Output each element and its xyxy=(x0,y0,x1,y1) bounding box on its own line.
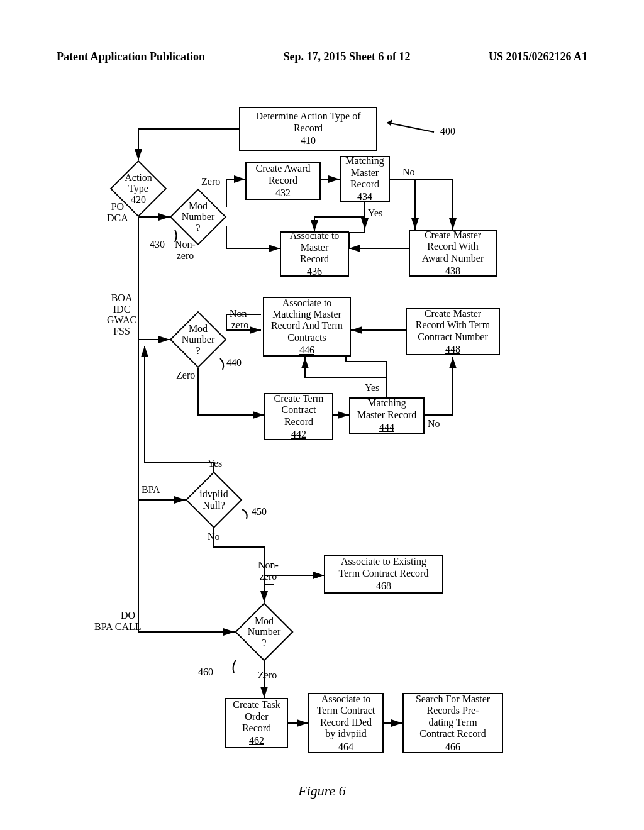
edge-label-yes-444: Yes xyxy=(365,382,379,394)
box-text: Create MasterRecord WithAward Number xyxy=(422,230,484,264)
box-text: Associate toMatching MasterRecord And Te… xyxy=(271,297,343,344)
ref-444: 444 xyxy=(379,422,394,433)
process-associate-existing-term-contract-record: Associate to ExistingTerm Contract Recor… xyxy=(324,555,443,594)
box-text: Associate toTerm ContractRecord IDedby i… xyxy=(317,694,375,740)
box-text: Create TermContractRecord xyxy=(274,393,324,428)
box-text: Create TaskOrderRecord xyxy=(233,699,280,734)
box-text: Determine Action Type ofRecord xyxy=(256,111,361,134)
edge-label-zero-430: Zero xyxy=(201,176,220,187)
edge-label-nonzero-430: Non-zero xyxy=(175,239,196,261)
header-right: US 2015/0262126 A1 xyxy=(489,50,587,64)
process-create-master-record-term-contract-number: Create MasterRecord With TermContract Nu… xyxy=(406,308,500,355)
figure-caption: Figure 6 xyxy=(0,783,644,799)
ref-464: 464 xyxy=(338,741,353,753)
process-create-master-record-award-number: Create MasterRecord WithAward Number 438 xyxy=(409,230,497,277)
edge-label-po-dca: PODCA xyxy=(107,201,128,223)
edge-label-no-434: No xyxy=(402,167,415,178)
edge-label-nonzero-440: Non-zero xyxy=(230,308,250,330)
decision-mod-number-460: ModNumber? xyxy=(235,602,294,661)
page-header: Patent Application Publication Sep. 17, … xyxy=(0,50,644,64)
edge-label-yes-434: Yes xyxy=(368,208,382,219)
ref-436: 436 xyxy=(307,266,322,277)
decision-mod-number-430: ModNumber? xyxy=(170,189,226,245)
ref-434: 434 xyxy=(357,191,372,202)
ref-460: 460 xyxy=(198,667,213,678)
box-text: Associate to ExistingTerm Contract Recor… xyxy=(339,556,429,579)
process-matching-master-record-434: MatchingMasterRecord 434 xyxy=(340,156,390,202)
edge-label-do-bpacall: DOBPA CALL xyxy=(94,610,135,632)
edge-label-no-444: No xyxy=(428,418,440,429)
box-text: Create AwardRecord xyxy=(256,163,311,186)
process-associate-to-master-record: Associate toMasterRecord 436 xyxy=(280,231,349,277)
edge-label-zero-440: Zero xyxy=(176,370,195,381)
box-text: Create MasterRecord With TermContract Nu… xyxy=(416,308,491,343)
process-associate-matching-master-term-contracts: Associate toMatching MasterRecord And Te… xyxy=(263,297,351,357)
ref-468: 468 xyxy=(376,580,391,592)
ref-410: 410 xyxy=(301,135,316,147)
ref-448: 448 xyxy=(445,344,460,355)
process-determine-action-type: Determine Action Type ofRecord 410 xyxy=(239,107,377,151)
decision-mod-number-440: ModNumber? xyxy=(170,311,226,368)
ref-400: 400 xyxy=(440,126,455,137)
edge-label-no-450: No xyxy=(208,531,220,543)
ref-466: 466 xyxy=(445,741,460,753)
header-left: Patent Application Publication xyxy=(57,50,205,64)
ref-440: 440 xyxy=(226,357,242,368)
edge-label-zero-460: Zero xyxy=(258,670,277,681)
edge-label-yes-450: Yes xyxy=(208,458,222,469)
process-create-award-record: Create AwardRecord 432 xyxy=(245,162,321,200)
ref-446: 446 xyxy=(299,345,314,356)
header-center: Sep. 17, 2015 Sheet 6 of 12 xyxy=(284,50,411,64)
flowchart-canvas: Determine Action Type ofRecord 410 400 A… xyxy=(138,107,585,773)
ref-432: 432 xyxy=(275,187,291,199)
ref-450: 450 xyxy=(252,506,267,517)
box-text: MatchingMaster Record xyxy=(357,397,417,421)
ref-430: 430 xyxy=(150,239,165,250)
ref-442: 442 xyxy=(291,429,306,440)
box-text: MatchingMasterRecord xyxy=(345,155,384,190)
process-associate-term-contract-idvpiid: Associate toTerm ContractRecord IDedby i… xyxy=(308,693,384,753)
box-text: Associate toMasterRecord xyxy=(290,230,340,265)
process-search-master-records-predating: Search For MasterRecords Pre-dating Term… xyxy=(402,693,503,753)
ref-438: 438 xyxy=(445,265,460,277)
edge-label-nonzero-460: Non-zero xyxy=(258,560,279,582)
process-create-term-contract-record: Create TermContractRecord 442 xyxy=(264,393,333,440)
ref-462: 462 xyxy=(249,735,264,746)
decision-idvpiid-null: idvpiidNull? xyxy=(186,472,242,528)
process-matching-master-record-444: MatchingMaster Record 444 xyxy=(349,397,425,434)
process-create-task-order-record: Create TaskOrderRecord 462 xyxy=(225,698,288,748)
edge-label-bpa: BPA xyxy=(142,484,160,495)
edge-label-boa-idc-gwac-fss: BOAIDCGWACFSS xyxy=(107,292,136,336)
box-text: Search For MasterRecords Pre-dating Term… xyxy=(416,694,490,740)
